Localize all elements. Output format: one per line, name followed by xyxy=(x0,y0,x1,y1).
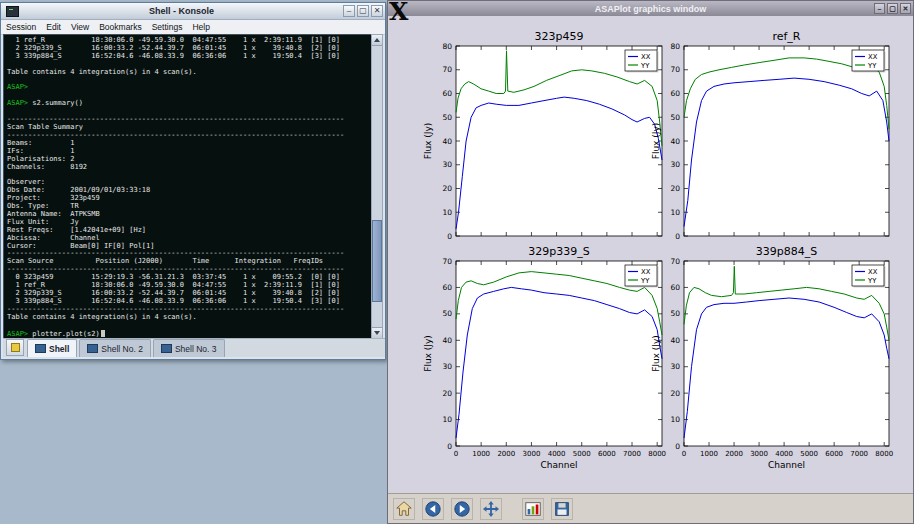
terminal-line xyxy=(7,322,373,330)
svg-text:10: 10 xyxy=(670,208,680,217)
forward-button[interactable] xyxy=(451,498,473,520)
svg-text:50: 50 xyxy=(442,113,452,122)
tab-label: Shell xyxy=(49,344,69,354)
desktop: { "desktop": {"background": "#a7b9ca"}, … xyxy=(0,0,914,524)
svg-text:30: 30 xyxy=(442,160,452,169)
subplot-339p884_S[interactable]: 0102030405060700100020003000400050006000… xyxy=(651,245,893,470)
terminal-line: Table contains 4 integration(s) in 4 sca… xyxy=(7,69,373,77)
arrow-up-icon xyxy=(374,38,380,42)
scroll-down-button[interactable] xyxy=(372,327,382,338)
terminal-line: Channels: 8192 xyxy=(7,164,373,172)
asaplot-titlebar[interactable]: X ASAPlot graphics window – ▢ ✕ xyxy=(388,1,913,16)
svg-text:3000: 3000 xyxy=(750,450,768,458)
tab-label: Shell No. 3 xyxy=(175,344,217,354)
svg-text:70: 70 xyxy=(670,65,680,74)
save-button[interactable] xyxy=(551,498,573,520)
tab-label: Shell No. 2 xyxy=(101,344,143,354)
maximize-button[interactable]: ▢ xyxy=(887,3,898,14)
svg-text:5000: 5000 xyxy=(800,450,818,458)
terminal-scrollbar[interactable] xyxy=(371,34,383,339)
svg-text:10: 10 xyxy=(442,208,452,217)
terminal-screen[interactable]: 1 ref_R 18:30:06.0 -49.59.30.0 04:47:55 … xyxy=(3,34,373,339)
konsole-app-icon xyxy=(6,6,19,17)
tab-strip: ShellShell No. 2Shell No. 3 xyxy=(27,339,227,357)
x11-logo-icon: X xyxy=(389,0,408,24)
svg-text:40: 40 xyxy=(442,336,452,345)
konsole-window: Shell - Konsole – ▢ ✕ SessionEditViewBoo… xyxy=(0,2,386,360)
back-button[interactable] xyxy=(422,498,444,520)
svg-text:0: 0 xyxy=(675,442,680,451)
svg-text:1000: 1000 xyxy=(700,450,718,458)
scroll-up-button[interactable] xyxy=(372,35,382,46)
svg-text:Channel: Channel xyxy=(541,460,578,470)
svg-text:YY: YY xyxy=(640,277,650,285)
svg-text:40: 40 xyxy=(670,137,680,146)
tab-shell[interactable]: Shell xyxy=(27,339,77,357)
svg-text:50: 50 xyxy=(442,309,452,318)
subplot-323p459[interactable]: 01020304050607080323p459Flux (Jy)XXYY xyxy=(423,30,662,241)
svg-text:60: 60 xyxy=(442,283,452,292)
menu-view[interactable]: View xyxy=(71,22,89,32)
svg-text:40: 40 xyxy=(670,336,680,345)
svg-text:30: 30 xyxy=(670,160,680,169)
konsole-titlebar[interactable]: Shell - Konsole – ▢ ✕ xyxy=(1,3,385,20)
svg-text:Flux (Jy): Flux (Jy) xyxy=(651,335,661,372)
terminal-line: ASAP> xyxy=(7,84,373,92)
svg-text:6000: 6000 xyxy=(825,450,843,458)
svg-text:YY: YY xyxy=(867,62,877,70)
svg-text:0: 0 xyxy=(682,450,686,458)
minimize-button[interactable]: – xyxy=(343,5,355,17)
home-icon xyxy=(395,500,413,518)
svg-text:2000: 2000 xyxy=(725,450,743,458)
svg-text:YY: YY xyxy=(867,277,877,285)
svg-text:5000: 5000 xyxy=(573,450,591,458)
minimize-button[interactable]: – xyxy=(874,3,885,14)
close-button[interactable]: ✕ xyxy=(900,3,911,14)
konsole-window-title: Shell - Konsole xyxy=(22,6,341,16)
menu-session[interactable]: Session xyxy=(6,22,36,32)
svg-text:20: 20 xyxy=(442,389,452,398)
terminal-line xyxy=(7,77,373,85)
svg-text:7000: 7000 xyxy=(850,450,868,458)
terminal-cursor xyxy=(101,330,105,337)
close-button[interactable]: ✕ xyxy=(371,5,383,17)
home-button[interactable] xyxy=(393,498,415,520)
menu-bar: SessionEditViewBookmarksSettingsHelp xyxy=(1,20,385,35)
scrollbar-thumb[interactable] xyxy=(372,220,382,302)
svg-text:2000: 2000 xyxy=(497,450,515,458)
svg-text:70: 70 xyxy=(442,65,452,74)
svg-text:50: 50 xyxy=(670,113,680,122)
svg-text:8000: 8000 xyxy=(648,450,666,458)
svg-text:XX: XX xyxy=(641,53,651,61)
svg-text:40: 40 xyxy=(442,137,452,146)
tab-shell-no-2[interactable]: Shell No. 2 xyxy=(79,339,151,357)
terminal-line: Table contains 4 integration(s) in 4 sca… xyxy=(7,314,373,322)
terminal-output: 1 ref_R 18:30:06.0 -49.59.30.0 04:47:55 … xyxy=(7,37,373,338)
terminal-line: 3 339p884_S 16:52:04.6 -46.08.33.9 06:36… xyxy=(7,53,373,61)
menu-help[interactable]: Help xyxy=(192,22,209,32)
new-session-icon xyxy=(11,343,20,352)
figure-canvas[interactable]: 01020304050607080323p459Flux (Jy)XXYY010… xyxy=(388,16,913,494)
svg-text:0: 0 xyxy=(454,450,458,458)
menu-edit[interactable]: Edit xyxy=(46,22,61,32)
menu-settings[interactable]: Settings xyxy=(152,22,183,32)
svg-text:339p884_S: 339p884_S xyxy=(756,245,817,258)
back-icon xyxy=(424,500,442,518)
svg-text:329p339_S: 329p339_S xyxy=(528,245,589,258)
subplot-ref_R[interactable]: 01020304050607080ref_RFlux (Jy)XXYY xyxy=(651,30,889,241)
svg-text:4000: 4000 xyxy=(548,450,566,458)
tab-shell-no-3[interactable]: Shell No. 3 xyxy=(153,339,225,357)
pan-button[interactable] xyxy=(480,498,502,520)
maximize-button[interactable]: ▢ xyxy=(357,5,369,17)
menu-bookmarks[interactable]: Bookmarks xyxy=(99,22,142,32)
subplots-button[interactable] xyxy=(522,498,544,520)
new-session-button[interactable] xyxy=(6,339,24,356)
svg-text:50: 50 xyxy=(670,309,680,318)
terminal-line xyxy=(7,171,373,179)
subplots-icon xyxy=(524,500,542,518)
svg-text:10: 10 xyxy=(442,415,452,424)
subplot-329p339_S[interactable]: 0102030405060700100020003000400050006000… xyxy=(423,245,666,470)
svg-text:70: 70 xyxy=(442,257,452,266)
svg-text:20: 20 xyxy=(670,389,680,398)
asaplot-window-title: ASAPlot graphics window xyxy=(595,4,707,14)
